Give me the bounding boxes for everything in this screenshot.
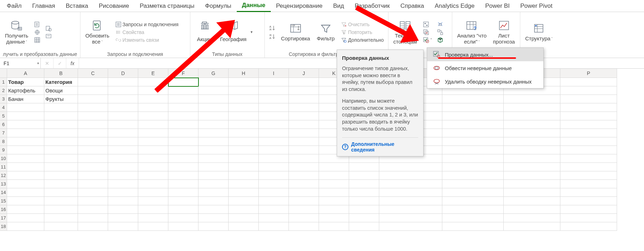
- cell[interactable]: [44, 180, 78, 188]
- select-all-corner[interactable]: [0, 69, 7, 78]
- cell[interactable]: [78, 163, 108, 171]
- tab-1[interactable]: Главная: [27, 0, 61, 12]
- row-header[interactable]: 7: [0, 129, 7, 137]
- cell[interactable]: [7, 188, 44, 197]
- sort-button[interactable]: А Я Сортировка: [279, 22, 312, 42]
- cell[interactable]: [504, 180, 560, 188]
- cell[interactable]: [349, 171, 379, 180]
- cell[interactable]: [349, 180, 379, 188]
- cell[interactable]: [560, 120, 617, 129]
- col-header[interactable]: J: [289, 69, 319, 78]
- cell[interactable]: [504, 154, 560, 163]
- cell[interactable]: [442, 214, 504, 222]
- cell[interactable]: [7, 129, 44, 137]
- tab-13[interactable]: Power Pivot: [515, 0, 558, 12]
- cell[interactable]: [229, 163, 259, 171]
- cell[interactable]: [229, 103, 259, 112]
- cell[interactable]: [259, 188, 289, 197]
- cell[interactable]: [138, 95, 168, 103]
- cell[interactable]: [138, 154, 168, 163]
- cell[interactable]: Овощи: [44, 86, 78, 95]
- cell[interactable]: [349, 222, 379, 231]
- cell[interactable]: [108, 197, 138, 205]
- cell[interactable]: [560, 137, 617, 146]
- cell[interactable]: [349, 197, 379, 205]
- queries-connections-button[interactable]: Запросы и подключения: [114, 21, 180, 28]
- cell[interactable]: [7, 163, 44, 171]
- cell[interactable]: [259, 112, 289, 120]
- menu-item-data-validation[interactable]: Проверка данных...: [427, 48, 543, 61]
- cell[interactable]: [78, 154, 108, 163]
- refresh-all-button[interactable]: Обновитьвсе: [83, 19, 112, 45]
- cell[interactable]: [289, 137, 319, 146]
- from-text-csv-button[interactable]: [33, 21, 42, 28]
- cell[interactable]: [504, 103, 560, 112]
- cell[interactable]: [442, 171, 504, 180]
- cell[interactable]: [442, 222, 504, 231]
- cell[interactable]: [259, 120, 289, 129]
- cell[interactable]: [168, 78, 198, 86]
- cell[interactable]: [259, 180, 289, 188]
- tab-5[interactable]: Формулы: [200, 0, 237, 12]
- cell[interactable]: [442, 137, 504, 146]
- cell[interactable]: [108, 214, 138, 222]
- cell[interactable]: [229, 197, 259, 205]
- cell[interactable]: [44, 103, 78, 112]
- cell[interactable]: [379, 180, 442, 188]
- spreadsheet-grid[interactable]: 123456789101112131415161718ABCDEFGHIJKLM…: [0, 69, 644, 231]
- cell[interactable]: [289, 214, 319, 222]
- cell[interactable]: [138, 171, 168, 180]
- cell[interactable]: [504, 205, 560, 214]
- cell[interactable]: [168, 86, 198, 95]
- cell[interactable]: [7, 171, 44, 180]
- cell[interactable]: [78, 222, 108, 231]
- row-header[interactable]: 15: [0, 197, 7, 205]
- cell[interactable]: [78, 137, 108, 146]
- cell[interactable]: [229, 112, 259, 120]
- tab-7[interactable]: Рецензирование: [271, 0, 328, 12]
- cell[interactable]: [289, 78, 319, 86]
- cell[interactable]: [78, 146, 108, 154]
- cell[interactable]: [442, 129, 504, 137]
- sort-asc-button[interactable]: AЯ: [268, 24, 277, 32]
- cell[interactable]: [289, 171, 319, 180]
- cell[interactable]: [44, 205, 78, 214]
- cell[interactable]: Категория: [44, 78, 78, 86]
- col-header[interactable]: D: [108, 69, 138, 78]
- cell[interactable]: [44, 154, 78, 163]
- cell[interactable]: [289, 95, 319, 103]
- cell[interactable]: [259, 95, 289, 103]
- cell[interactable]: [229, 95, 259, 103]
- cell[interactable]: [198, 197, 229, 205]
- cell[interactable]: [442, 197, 504, 205]
- col-header[interactable]: E: [138, 69, 168, 78]
- cell[interactable]: [138, 214, 168, 222]
- enter-formula-button[interactable]: ✓: [54, 58, 66, 68]
- cell[interactable]: [138, 112, 168, 120]
- cell[interactable]: [138, 120, 168, 129]
- cell[interactable]: [108, 188, 138, 197]
- cell[interactable]: [168, 137, 198, 146]
- row-header[interactable]: 13: [0, 180, 7, 188]
- cell[interactable]: [319, 171, 349, 180]
- cell[interactable]: [504, 163, 560, 171]
- row-header[interactable]: 4: [0, 103, 7, 112]
- cell[interactable]: [319, 163, 349, 171]
- cell[interactable]: [560, 112, 617, 120]
- cell[interactable]: [198, 214, 229, 222]
- cell[interactable]: [44, 129, 78, 137]
- cell[interactable]: [259, 86, 289, 95]
- row-header[interactable]: 1: [0, 78, 7, 86]
- cell[interactable]: [108, 137, 138, 146]
- cell[interactable]: [7, 103, 44, 112]
- cell[interactable]: [442, 146, 504, 154]
- cell[interactable]: [168, 180, 198, 188]
- cell[interactable]: [44, 188, 78, 197]
- cell[interactable]: [289, 154, 319, 163]
- cell[interactable]: [319, 188, 349, 197]
- cell[interactable]: [44, 146, 78, 154]
- col-header[interactable]: I: [259, 69, 289, 78]
- from-table-range-button[interactable]: [33, 36, 42, 44]
- cell[interactable]: [78, 188, 108, 197]
- cell[interactable]: [168, 103, 198, 112]
